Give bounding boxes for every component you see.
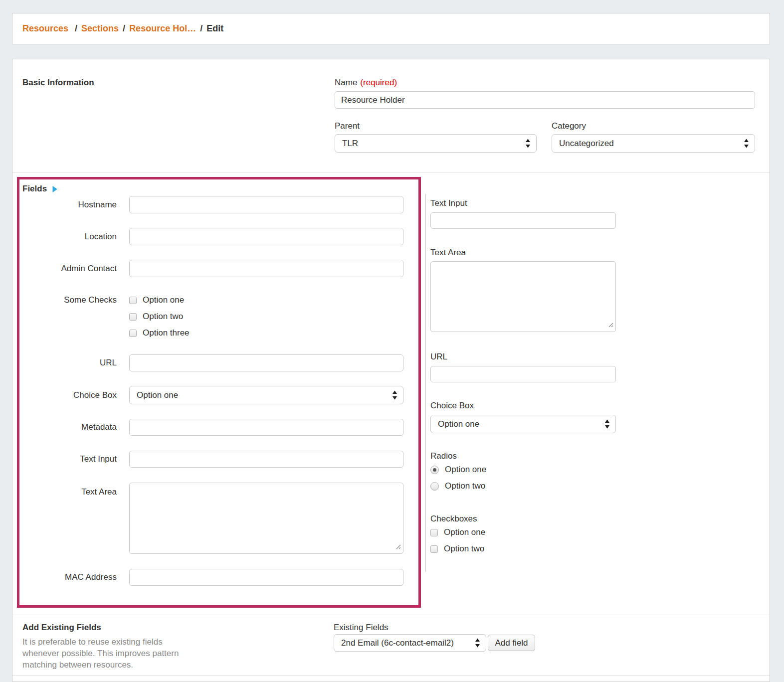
some-checks-label: Some Checks xyxy=(22,294,129,307)
breadcrumb-separator: / xyxy=(75,23,77,34)
fields-heading: Fields xyxy=(22,184,47,194)
add-existing-fields-heading: Add Existing Fields xyxy=(22,623,101,633)
preview-text-area[interactable] xyxy=(430,261,616,332)
checkbox-option-row: Option two xyxy=(129,310,403,323)
updown-arrows-icon xyxy=(604,419,610,429)
some-checks-field-row: Some Checks Option one Option two Option… xyxy=(22,294,403,340)
checkbox-option-row: Option two xyxy=(430,542,485,555)
section-divider xyxy=(12,172,770,173)
add-existing-fields-description: It is preferable to reuse existing field… xyxy=(22,636,199,671)
existing-fields-select-value: 2nd Email (6c-contact-email2) xyxy=(341,638,454,648)
metadata-label: Metadata xyxy=(22,422,129,432)
updown-arrows-icon xyxy=(525,138,531,149)
breadcrumb-current: Edit xyxy=(206,23,223,34)
checkbox-option-row: Option three xyxy=(129,327,403,340)
admin-contact-label: Admin Contact xyxy=(22,264,129,274)
preview-radios-label: Radios xyxy=(430,451,457,461)
preview-checkboxes-label: Checkboxes xyxy=(430,514,477,524)
preview-text-input[interactable] xyxy=(430,212,616,229)
hostname-field-row: Hostname xyxy=(22,196,403,213)
preview-text-input-label: Text Input xyxy=(430,198,467,208)
radio-button[interactable] xyxy=(430,466,439,474)
section-divider xyxy=(12,675,770,676)
category-select-value: Uncategorized xyxy=(559,139,614,149)
parent-select[interactable]: TLR xyxy=(335,134,537,153)
choice-box-select[interactable]: Option one xyxy=(129,386,403,404)
checkbox[interactable] xyxy=(129,330,137,337)
text-area-field-row: Text Area xyxy=(22,483,403,554)
hostname-label: Hostname xyxy=(22,200,129,210)
name-label: Name xyxy=(335,78,357,88)
choice-box-field-row: Choice Box Option one xyxy=(22,386,403,404)
breadcrumb-separator: / xyxy=(200,23,202,34)
text-input-label: Text Input xyxy=(22,454,129,464)
edit-form-card: Basic Information Name (required) Parent… xyxy=(12,59,770,682)
checkbox[interactable] xyxy=(129,313,137,321)
url-input[interactable] xyxy=(129,354,403,371)
breadcrumb-link-sections[interactable]: Sections xyxy=(81,23,119,34)
checkbox-option-label: Option three xyxy=(143,328,190,338)
breadcrumb-separator: / xyxy=(123,23,125,34)
existing-fields-label: Existing Fields xyxy=(334,623,389,633)
text-area-label: Text Area xyxy=(22,483,129,497)
name-label-row: Name (required) xyxy=(335,78,397,88)
location-field-row: Location xyxy=(22,228,403,245)
updown-arrows-icon xyxy=(475,638,480,648)
checkbox-option-label: Option one xyxy=(444,527,485,537)
preview-url-label: URL xyxy=(430,352,447,362)
existing-fields-select[interactable]: 2nd Email (6c-contact-email2) xyxy=(334,634,486,652)
preview-choice-box-value: Option one xyxy=(438,419,479,429)
preview-url-input[interactable] xyxy=(430,366,616,382)
admin-contact-input[interactable] xyxy=(129,260,403,277)
text-input-input[interactable] xyxy=(129,451,403,468)
radio-option-row: Option two xyxy=(430,480,486,493)
location-label: Location xyxy=(22,232,129,242)
breadcrumb: Resources / Sections / Resource Hol… / E… xyxy=(12,13,770,44)
url-field-row: URL xyxy=(22,354,403,371)
checkbox-option-row: Option one xyxy=(430,526,485,539)
choice-box-select-value: Option one xyxy=(137,390,178,400)
checkbox[interactable] xyxy=(430,529,438,536)
updown-arrows-icon xyxy=(744,138,749,149)
preview-text-area-label: Text Area xyxy=(430,248,466,258)
admin-contact-field-row: Admin Contact xyxy=(22,260,403,277)
name-input[interactable] xyxy=(335,91,755,109)
name-required-hint: (required) xyxy=(360,78,397,88)
breadcrumb-link-resources[interactable]: Resources xyxy=(22,23,68,34)
metadata-field-row: Metadata xyxy=(22,419,403,436)
text-input-field-row: Text Input xyxy=(22,451,403,468)
mac-address-label: MAC Address xyxy=(22,572,129,582)
choice-box-label: Choice Box xyxy=(22,390,129,400)
radio-button[interactable] xyxy=(430,482,439,491)
parent-label: Parent xyxy=(335,121,360,131)
category-select[interactable]: Uncategorized xyxy=(552,134,755,153)
add-field-button[interactable]: Add field xyxy=(488,635,535,651)
mac-address-input[interactable] xyxy=(129,569,403,586)
radio-option-label: Option one xyxy=(445,465,486,475)
preview-choice-box-select[interactable]: Option one xyxy=(430,415,616,433)
parent-select-value: TLR xyxy=(342,139,358,149)
preview-divider xyxy=(425,194,426,572)
metadata-input[interactable] xyxy=(129,419,403,436)
collapse-arrow-icon[interactable] xyxy=(52,185,58,193)
checkbox[interactable] xyxy=(430,545,438,553)
checkbox-option-label: Option one xyxy=(143,295,184,305)
radio-option-row: Option one xyxy=(430,463,486,476)
preview-choice-box-label: Choice Box xyxy=(430,401,474,411)
checkbox-option-row: Option one xyxy=(129,294,403,307)
mac-address-field-row: MAC Address xyxy=(22,569,403,586)
radio-option-label: Option two xyxy=(445,481,485,491)
updown-arrows-icon xyxy=(392,390,397,400)
checkbox-option-label: Option two xyxy=(143,312,183,322)
url-label: URL xyxy=(22,358,129,368)
fields-heading-row: Fields xyxy=(22,184,58,194)
section-divider xyxy=(12,615,770,615)
text-area-textarea[interactable] xyxy=(129,483,403,554)
breadcrumb-link-resource-holder[interactable]: Resource Hol… xyxy=(129,23,196,34)
location-input[interactable] xyxy=(129,228,403,245)
hostname-input[interactable] xyxy=(129,196,403,213)
category-label: Category xyxy=(552,121,586,131)
checkbox-option-label: Option two xyxy=(444,544,484,554)
basic-information-heading: Basic Information xyxy=(22,78,94,88)
checkbox[interactable] xyxy=(129,297,137,304)
